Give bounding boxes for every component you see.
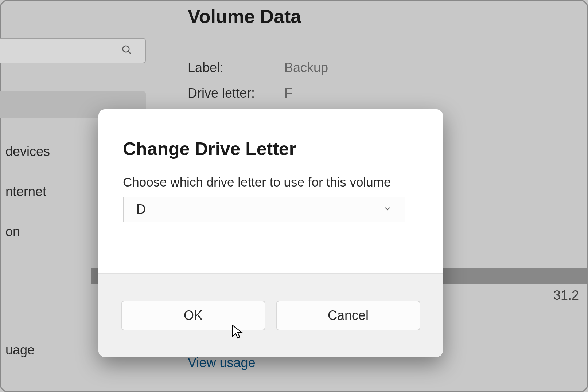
drive-letter-dropdown[interactable]: D <box>123 197 405 222</box>
ok-button[interactable]: OK <box>121 301 265 330</box>
cancel-button[interactable]: Cancel <box>276 301 420 330</box>
svg-line-1 <box>128 51 131 54</box>
sidebar-item-internet[interactable]: nternet <box>5 184 46 199</box>
search-input[interactable] <box>0 38 146 63</box>
dialog-subtitle: Choose which drive letter to use for thi… <box>123 175 391 189</box>
change-drive-letter-dialog: Change Drive Letter Choose which drive l… <box>98 109 443 357</box>
sidebar-item-uage[interactable]: uage <box>5 342 35 358</box>
chevron-down-icon <box>383 204 392 215</box>
view-usage-link[interactable]: View usage <box>188 355 255 371</box>
dropdown-selected-value: D <box>136 202 146 217</box>
usage-number: 31.2 <box>553 288 579 303</box>
label-field-value: Backup <box>284 60 328 75</box>
dialog-footer: OK Cancel <box>98 273 443 357</box>
svg-point-0 <box>123 46 129 52</box>
dialog-title: Change Drive Letter <box>123 138 296 160</box>
drive-letter-field-value: F <box>284 86 292 101</box>
label-field-label: Label: <box>188 60 223 75</box>
page-title: Volume Data <box>188 5 301 27</box>
sidebar-item-on[interactable]: on <box>5 224 20 239</box>
sidebar-item-devices[interactable]: devices <box>5 144 50 159</box>
search-icon <box>121 44 132 57</box>
drive-letter-field-label: Drive letter: <box>188 86 255 101</box>
